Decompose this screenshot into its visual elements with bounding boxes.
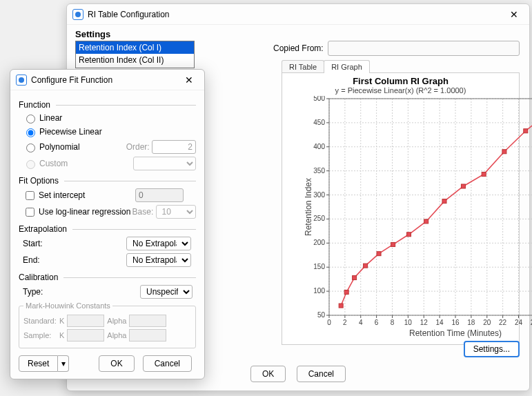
mh-sample-alpha xyxy=(129,329,166,341)
mh-standard-k xyxy=(67,315,104,327)
svg-text:6: 6 xyxy=(375,319,379,326)
main-title: RI Table Configuration xyxy=(88,10,504,19)
group-function: Function xyxy=(19,100,196,110)
svg-rect-83 xyxy=(353,276,357,280)
log-linear-check[interactable] xyxy=(26,208,35,217)
calib-type-label: Type: xyxy=(23,287,140,297)
main-ok-button[interactable]: OK xyxy=(250,366,286,382)
set-intercept-check[interactable] xyxy=(26,191,35,200)
svg-text:0: 0 xyxy=(327,319,331,326)
settings-item-col1[interactable]: Retention Index (Col I) xyxy=(76,41,194,54)
chart-subtitle: y = Piecewise Linear(x) (R^2 = 1.0000) xyxy=(282,86,519,95)
svg-rect-92 xyxy=(502,150,506,154)
settings-button[interactable]: Settings... xyxy=(464,341,520,357)
tab-ri-graph[interactable]: RI Graph xyxy=(324,60,370,73)
fit-titlebar: Configure Fit Function ✕ xyxy=(10,70,204,90)
mh-constants-group: Mark-Houwink Constants Standard: K Alpha… xyxy=(19,301,196,348)
svg-text:12: 12 xyxy=(420,319,428,326)
reset-button[interactable]: Reset xyxy=(19,355,58,372)
svg-rect-89 xyxy=(442,199,446,204)
copied-from-label: Copied From: xyxy=(273,43,324,53)
order-label: Order: xyxy=(126,142,150,152)
group-extrapolation: Extrapolation xyxy=(19,224,196,234)
svg-text:22: 22 xyxy=(499,319,507,326)
svg-rect-90 xyxy=(461,184,465,188)
svg-text:18: 18 xyxy=(467,319,475,326)
mh-sample-k xyxy=(67,329,104,341)
reset-dropdown-icon[interactable]: ▾ xyxy=(58,355,69,372)
main-cancel-button[interactable]: Cancel xyxy=(297,366,346,382)
svg-rect-91 xyxy=(482,172,486,177)
fn-polynomial-label: Polynomial xyxy=(39,142,126,152)
order-input xyxy=(152,140,196,154)
mh-standard-alpha xyxy=(129,315,166,327)
fn-piecewise-radio[interactable] xyxy=(26,128,35,137)
fn-polynomial-radio[interactable] xyxy=(26,143,35,152)
set-intercept-label: Set intercept xyxy=(39,190,135,200)
fn-linear-radio[interactable] xyxy=(26,115,35,123)
svg-rect-93 xyxy=(524,129,528,133)
fn-linear-label: Linear xyxy=(39,113,62,123)
custom-select xyxy=(133,157,196,170)
ri-graph-panel: First Column RI Graph y = Piecewise Line… xyxy=(282,72,520,345)
fit-ok-button[interactable]: OK xyxy=(99,355,134,372)
extrap-start-select[interactable]: No Extrapolation xyxy=(126,237,191,250)
svg-text:200: 200 xyxy=(313,239,325,246)
settings-list[interactable]: Retention Index (Col I) Retention Index … xyxy=(75,41,195,68)
svg-text:250: 250 xyxy=(313,215,325,222)
settings-header: Settings xyxy=(75,29,521,39)
svg-text:Retention Time (Minutes): Retention Time (Minutes) xyxy=(409,328,502,338)
intercept-input xyxy=(135,188,184,202)
svg-text:2: 2 xyxy=(343,319,347,326)
close-icon[interactable]: ✕ xyxy=(504,6,524,23)
chart-title: First Column RI Graph xyxy=(282,76,519,86)
log-linear-label: Use log-linear regression xyxy=(39,207,132,217)
configure-fit-dialog: Configure Fit Function ✕ Function Linear… xyxy=(10,69,205,379)
svg-text:10: 10 xyxy=(404,319,413,326)
close-icon[interactable]: ✕ xyxy=(179,72,199,88)
group-calibration: Calibration xyxy=(19,273,196,282)
fit-title: Configure Fit Function xyxy=(31,75,179,85)
extrap-end-label: End: xyxy=(23,255,126,265)
svg-text:400: 400 xyxy=(313,143,325,150)
svg-rect-88 xyxy=(424,219,428,224)
svg-text:20: 20 xyxy=(483,319,491,326)
svg-text:350: 350 xyxy=(313,167,325,175)
svg-rect-85 xyxy=(377,252,381,256)
svg-text:50: 50 xyxy=(317,311,326,319)
fn-piecewise-label: Piecewise Linear xyxy=(39,127,102,137)
svg-text:4: 4 xyxy=(359,319,363,326)
svg-rect-84 xyxy=(364,264,368,268)
svg-text:8: 8 xyxy=(391,319,395,326)
fn-custom-radio xyxy=(26,160,35,169)
fn-custom-label: Custom xyxy=(39,159,133,168)
mh-alpha-label2: Alpha xyxy=(107,331,126,339)
app-icon xyxy=(72,9,83,20)
fit-cancel-button[interactable]: Cancel xyxy=(143,355,192,372)
app-icon xyxy=(16,75,27,86)
base-select: 10 xyxy=(156,205,196,219)
calib-type-select[interactable]: Unspecified xyxy=(140,285,193,299)
mh-alpha-label: Alpha xyxy=(107,317,126,325)
svg-text:500: 500 xyxy=(313,96,325,102)
svg-text:300: 300 xyxy=(313,191,325,199)
tab-strip: RI Table RI Graph xyxy=(282,60,520,73)
svg-rect-86 xyxy=(391,242,395,246)
mh-legend: Mark-Houwink Constants xyxy=(23,301,112,310)
extrap-end-select[interactable]: No Extrapolation xyxy=(126,253,191,267)
svg-rect-87 xyxy=(407,232,411,237)
svg-text:150: 150 xyxy=(313,263,325,270)
svg-text:450: 450 xyxy=(313,119,325,126)
mh-sample-label: Sample: xyxy=(23,331,57,339)
main-titlebar: RI Table Configuration ✕ xyxy=(67,4,529,25)
extrap-start-label: Start: xyxy=(23,239,126,248)
mh-standard-label: Standard: xyxy=(23,317,57,325)
settings-item-col2[interactable]: Retention Index (Col II) xyxy=(76,54,194,66)
base-label: Base: xyxy=(132,207,154,217)
svg-text:16: 16 xyxy=(451,319,460,326)
svg-text:24: 24 xyxy=(515,319,523,326)
tab-ri-table[interactable]: RI Table xyxy=(282,60,324,73)
svg-rect-26 xyxy=(329,99,532,315)
copied-from-input[interactable] xyxy=(328,41,520,56)
svg-text:Retention Index: Retention Index xyxy=(304,178,313,236)
